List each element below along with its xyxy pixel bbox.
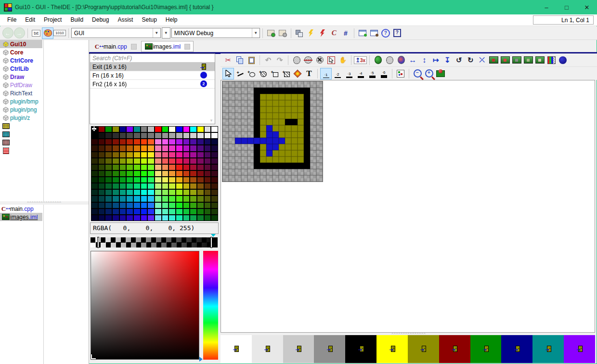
palette-spectrum-10-10[interactable] xyxy=(162,202,169,208)
pixel-2-4[interactable] xyxy=(235,106,241,113)
pixel-12-1[interactable] xyxy=(298,88,304,94)
pixel-1-5[interactable] xyxy=(229,113,235,119)
palette-gray-1[interactable] xyxy=(98,132,105,139)
pixel-13-6[interactable] xyxy=(304,119,310,125)
pixel-2-9[interactable] xyxy=(235,138,241,144)
palette-spectrum-12-5[interactable] xyxy=(126,215,133,221)
pixel-9-6[interactable] xyxy=(279,119,285,125)
free-transform-button[interactable]: ⤫ xyxy=(476,54,488,66)
palette-gray-9[interactable] xyxy=(155,132,162,139)
pixel-0-9[interactable] xyxy=(222,138,229,144)
mirror-horizontal-button[interactable]: ↔ xyxy=(407,54,418,66)
palette-spectrum-5-5[interactable] xyxy=(126,170,133,177)
pixel-2-3[interactable] xyxy=(235,100,241,106)
palette-spectrum-10-2[interactable] xyxy=(105,202,112,208)
palette-spectrum-4-7[interactable] xyxy=(141,164,148,170)
palette-spectrum-11-12[interactable] xyxy=(176,208,183,215)
palette-spectrum-4-16[interactable] xyxy=(204,164,211,170)
pixel-0-2[interactable] xyxy=(222,94,229,100)
palette-spectrum-0-5[interactable] xyxy=(126,139,133,145)
pixel-8-8[interactable] xyxy=(273,131,279,138)
pixel-8-14[interactable] xyxy=(273,169,279,175)
pixel-13-1[interactable] xyxy=(304,88,310,94)
pixel-8-10[interactable] xyxy=(273,144,279,150)
palette-named-0[interactable] xyxy=(91,126,98,132)
palette-spectrum-0-17[interactable] xyxy=(211,139,218,145)
pixel-8-12[interactable] xyxy=(273,156,279,163)
palette-named-11[interactable] xyxy=(169,126,176,132)
package-item-ideaux[interactable] xyxy=(0,130,89,138)
pixel-12-0[interactable] xyxy=(298,81,304,88)
image-mode-icon[interactable] xyxy=(42,27,53,39)
rgb-channels-button[interactable] xyxy=(545,54,557,66)
pixel-14-0[interactable] xyxy=(310,81,316,88)
sv-selection-marker[interactable] xyxy=(91,354,96,359)
pixel-7-2[interactable] xyxy=(266,94,273,100)
tab-images-iml[interactable]: images.iml xyxy=(141,41,194,52)
palette-named-7[interactable] xyxy=(141,126,148,132)
palette-named-2[interactable] xyxy=(105,126,112,132)
pixel-1-8[interactable] xyxy=(229,131,235,138)
palette-spectrum-0-13[interactable] xyxy=(183,139,190,145)
smooth-ball-button[interactable] xyxy=(557,54,569,66)
pixel-7-0[interactable] xyxy=(266,81,273,88)
pixel-1-14[interactable] xyxy=(229,169,235,175)
palette-spectrum-3-17[interactable] xyxy=(211,158,218,164)
palette-gray-3[interactable] xyxy=(112,132,119,139)
debug-window-icon[interactable] xyxy=(368,27,380,39)
pixel-2-0[interactable] xyxy=(235,81,241,88)
pixel-0-1[interactable] xyxy=(222,88,229,94)
image-variant-4-button[interactable] xyxy=(522,54,534,66)
context-help-icon[interactable]: ? xyxy=(391,27,403,39)
palette-spectrum-3-9[interactable] xyxy=(155,158,162,164)
palette-spectrum-0-10[interactable] xyxy=(162,139,169,145)
image-variant-5-button[interactable] xyxy=(534,54,545,66)
alpha-marker-low[interactable] xyxy=(98,237,99,247)
palette-spectrum-3-13[interactable] xyxy=(183,158,190,164)
pixel-12-8[interactable] xyxy=(298,131,304,138)
pixel-13-8[interactable] xyxy=(304,131,310,138)
palette-spectrum-12-15[interactable] xyxy=(197,215,204,221)
pixel-4-8[interactable] xyxy=(247,131,254,138)
pixel-0-13[interactable] xyxy=(222,163,229,169)
palette-spectrum-11-8[interactable] xyxy=(147,208,155,215)
pixel-2-2[interactable] xyxy=(235,94,241,100)
palette-named-15[interactable] xyxy=(197,126,204,132)
pixel-10-15[interactable] xyxy=(285,175,291,182)
pixel-5-14[interactable] xyxy=(254,169,260,175)
pixel-10-3[interactable] xyxy=(285,100,291,106)
palette-gray-17[interactable] xyxy=(211,132,218,139)
pixel-8-2[interactable] xyxy=(273,94,279,100)
pixel-3-14[interactable] xyxy=(241,169,247,175)
pixel-1-11[interactable] xyxy=(229,150,235,156)
palette-spectrum-5-10[interactable] xyxy=(162,170,169,177)
pixel-14-7[interactable] xyxy=(310,125,316,131)
palette-spectrum-12-2[interactable] xyxy=(105,215,112,221)
pixel-15-13[interactable] xyxy=(316,163,323,169)
pixel-3-15[interactable] xyxy=(241,175,247,182)
palette-spectrum-8-13[interactable] xyxy=(183,189,190,195)
palette-gray-13[interactable] xyxy=(183,132,190,139)
assembly-combo[interactable]: GUI▼ xyxy=(71,28,161,38)
palette-named-1[interactable] xyxy=(98,126,105,132)
palette-spectrum-1-5[interactable] xyxy=(126,145,133,151)
clear-selection-button[interactable] xyxy=(314,54,325,66)
menu-item-debug[interactable]: Debug xyxy=(88,16,113,23)
text-mode-icon[interactable]: txt xyxy=(30,27,42,39)
pixel-11-2[interactable] xyxy=(291,94,298,100)
palette-spectrum-7-15[interactable] xyxy=(197,183,204,189)
palette-spectrum-12-12[interactable] xyxy=(176,215,183,221)
palette-spectrum-5-14[interactable] xyxy=(190,170,197,177)
palette-spectrum-2-12[interactable] xyxy=(176,152,183,158)
pixel-14-14[interactable] xyxy=(310,169,316,175)
pixel-9-9[interactable] xyxy=(279,138,285,144)
palette-spectrum-1-17[interactable] xyxy=(211,145,218,151)
palette-spectrum-11-3[interactable] xyxy=(112,208,119,215)
palette-spectrum-4-8[interactable] xyxy=(147,164,155,170)
package-item-prjaux[interactable] xyxy=(0,122,89,130)
pixel-6-9[interactable] xyxy=(260,138,266,144)
pixel-11-12[interactable] xyxy=(291,156,298,163)
pixel-15-14[interactable] xyxy=(316,169,323,175)
palette-spectrum-3-8[interactable] xyxy=(147,158,155,164)
palette-spectrum-7-8[interactable] xyxy=(147,183,155,189)
